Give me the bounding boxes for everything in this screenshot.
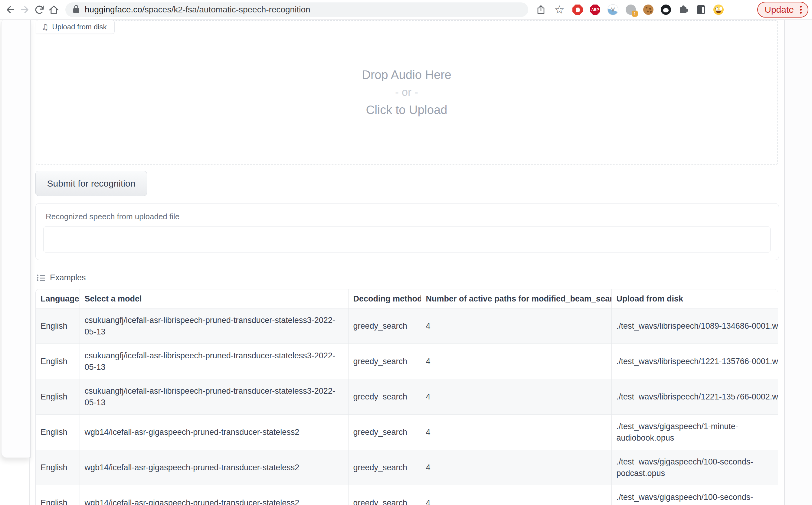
recognized-speech-output[interactable] xyxy=(43,226,771,252)
cell-model: csukuangfj/icefall-asr-librispeech-prune… xyxy=(80,308,348,344)
github-icon[interactable] xyxy=(661,5,671,15)
upload-tab-label: Upload from disk xyxy=(52,23,107,31)
home-icon[interactable] xyxy=(46,2,61,17)
dropzone-line3: Click to Upload xyxy=(362,101,451,119)
cell-file: ./test_wavs/gigaspeech/100-seconds-podca… xyxy=(612,450,778,485)
cell-decoding: greedy_search xyxy=(348,379,421,414)
cell-model: wgb14/icefall-asr-gigaspeech-pruned-tran… xyxy=(80,414,348,450)
cell-language: English xyxy=(36,379,80,414)
cell-file: ./test_wavs/gigaspeech/100-seconds-podca… xyxy=(612,485,778,505)
dropzone-line2: - or - xyxy=(362,83,451,101)
column-header: Decoding method xyxy=(348,289,421,308)
cell-decoding: greedy_search xyxy=(348,450,421,485)
cell-language: English xyxy=(36,344,80,379)
cell-file: ./test_wavs/librispeech/1089-134686-0001… xyxy=(612,308,778,344)
cell-paths: 4 xyxy=(421,485,612,505)
bookmark-star-icon[interactable]: ☆ xyxy=(554,4,564,15)
examples-list-icon xyxy=(37,274,45,282)
url-bar[interactable]: huggingface.co/spaces/k2-fsa/automatic-s… xyxy=(65,2,528,17)
column-header: Number of active paths for modified_beam… xyxy=(421,289,612,308)
recognized-speech-label: Recognized speech from uploaded file xyxy=(46,212,179,221)
cell-paths: 4 xyxy=(421,450,612,485)
cell-paths: 4 xyxy=(421,344,612,379)
table-row[interactable]: Englishcsukuangfj/icefall-asr-librispeec… xyxy=(36,308,778,344)
cell-language: English xyxy=(36,414,80,450)
audio-dropzone[interactable]: Drop Audio Here - or - Click to Upload xyxy=(36,20,778,165)
right-divider xyxy=(784,19,785,505)
examples-table: LanguageSelect a modelDecoding methodNum… xyxy=(35,289,778,505)
table-body: Englishcsukuangfj/icefall-asr-librispeec… xyxy=(36,308,778,505)
browser-window: huggingface.co/spaces/k2-fsa/automatic-s… xyxy=(0,0,812,505)
cell-model: wgb14/icefall-asr-gigaspeech-pruned-tran… xyxy=(80,485,348,505)
cell-decoding: greedy_search xyxy=(348,344,421,379)
examples-label: Examples xyxy=(50,273,86,283)
browser-toolbar: huggingface.co/spaces/k2-fsa/automatic-s… xyxy=(0,0,812,20)
table-row[interactable]: Englishwgb14/icefall-asr-gigaspeech-prun… xyxy=(36,485,778,505)
cell-paths: 4 xyxy=(421,414,612,450)
cell-file: ./test_wavs/librispeech/1221-135766-0001… xyxy=(612,344,778,379)
table-row[interactable]: Englishcsukuangfj/icefall-asr-librispeec… xyxy=(36,379,778,414)
table-row[interactable]: Englishwgb14/icefall-asr-gigaspeech-prun… xyxy=(36,414,778,450)
cell-decoding: greedy_search xyxy=(348,414,421,450)
dropzone-text: Drop Audio Here - or - Click to Upload xyxy=(362,66,451,119)
cell-paths: 4 xyxy=(421,379,612,414)
submit-for-recognition-button[interactable]: Submit for recognition xyxy=(35,171,147,196)
v-extension-icon[interactable]: V xyxy=(607,4,619,15)
examples-header: Examples xyxy=(37,273,86,283)
url-domain: huggingface.co xyxy=(85,5,142,14)
tab-upload-from-disk[interactable]: ♫ Upload from disk xyxy=(36,20,115,34)
ublock-icon[interactable] xyxy=(572,5,583,15)
dropzone-line1: Drop Audio Here xyxy=(362,66,451,83)
cell-model: wgb14/icefall-asr-gigaspeech-pruned-tran… xyxy=(80,450,348,485)
smiley-icon[interactable] xyxy=(713,5,724,15)
update-button[interactable]: Update xyxy=(757,2,808,18)
cell-model: csukuangfj/icefall-asr-librispeech-prune… xyxy=(80,379,348,414)
url-path: /spaces/k2-fsa/automatic-speech-recognit… xyxy=(142,5,310,14)
cell-paths: 4 xyxy=(421,308,612,344)
right-gutter xyxy=(785,19,812,505)
reload-icon[interactable] xyxy=(32,2,46,17)
column-header: Upload from disk xyxy=(612,289,778,308)
back-icon[interactable] xyxy=(3,2,18,17)
left-divider xyxy=(29,457,30,505)
column-header: Select a model xyxy=(80,289,348,308)
table-header-row: LanguageSelect a modelDecoding methodNum… xyxy=(36,289,778,308)
cell-decoding: greedy_search xyxy=(348,485,421,505)
share-icon[interactable] xyxy=(534,2,548,17)
menu-dots-icon[interactable] xyxy=(800,9,802,11)
extensions-row: ABPV1 xyxy=(572,4,724,15)
update-label: Update xyxy=(765,5,794,15)
url-text: huggingface.co/spaces/k2-fsa/automatic-s… xyxy=(85,5,310,14)
music-note-icon: ♫ xyxy=(41,23,48,31)
notifier-icon[interactable]: 1 xyxy=(626,5,636,15)
column-header: Language xyxy=(36,289,80,308)
reader-mode-icon[interactable] xyxy=(696,5,706,15)
cell-model: csukuangfj/icefall-asr-librispeech-prune… xyxy=(80,344,348,379)
cell-language: English xyxy=(36,450,80,485)
left-gutter-card xyxy=(1,19,31,458)
cell-language: English xyxy=(36,308,80,344)
lock-icon xyxy=(73,5,80,15)
cell-decoding: greedy_search xyxy=(348,308,421,344)
cell-language: English xyxy=(36,485,80,505)
cell-file: ./test_wavs/gigaspeech/1-minute-audioboo… xyxy=(612,414,778,450)
cell-file: ./test_wavs/librispeech/1221-135766-0002… xyxy=(612,379,778,414)
table-row[interactable]: Englishcsukuangfj/icefall-asr-librispeec… xyxy=(36,344,778,379)
table-row[interactable]: Englishwgb14/icefall-asr-gigaspeech-prun… xyxy=(36,450,778,485)
extensions-puzzle-icon[interactable] xyxy=(678,5,689,15)
recognized-speech-panel: Recognized speech from uploaded file xyxy=(35,203,779,260)
adblock-plus-icon[interactable]: ABP xyxy=(590,5,600,15)
cookie-icon[interactable] xyxy=(643,5,654,15)
forward-icon[interactable] xyxy=(18,2,32,17)
